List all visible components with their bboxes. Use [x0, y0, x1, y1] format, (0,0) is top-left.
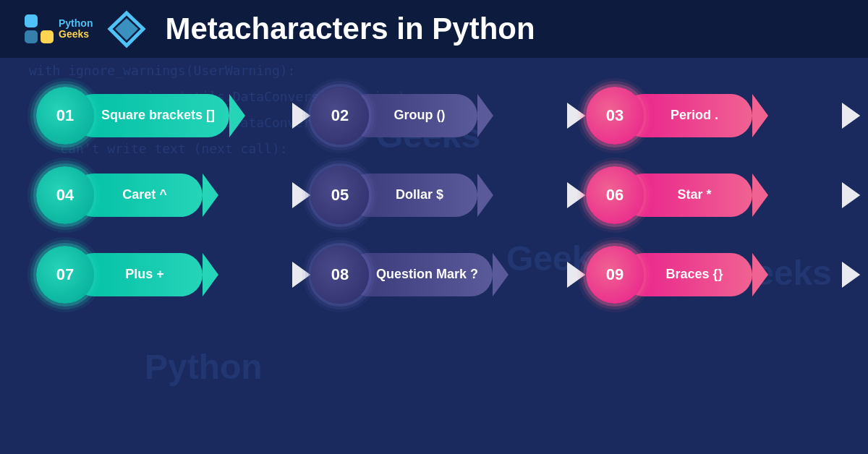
item-label-09: Braces {} [665, 267, 723, 283]
item-card-06: 06 Star * [586, 166, 832, 224]
circle-badge-06: 06 [586, 166, 644, 224]
arrow-indicator-06 [842, 182, 868, 208]
item-card-07: 07 Plus + [36, 246, 282, 304]
item-card-01: 01 Square brackets [] [36, 87, 282, 145]
item-number-07: 07 [56, 265, 74, 284]
item-number-02: 02 [331, 106, 349, 125]
item-label-08: Question Mark ? [376, 267, 478, 283]
diamond-icon [107, 9, 147, 49]
circle-badge-09: 09 [586, 246, 644, 304]
item-number-08: 08 [331, 265, 349, 284]
item-number-03: 03 [606, 106, 624, 125]
logo-text: Python Geeks [59, 18, 93, 40]
label-pill-01: Square brackets [] [72, 94, 229, 137]
arrow-indicator-09 [842, 262, 868, 288]
item-label-01: Square brackets [] [101, 108, 215, 124]
item-label-03: Period . [671, 108, 718, 124]
circle-badge-08: 08 [311, 246, 369, 304]
main-content: 01 Square brackets [] 02 Group () 03 Per… [0, 58, 868, 325]
item-card-05: 05 Dollar $ [311, 166, 557, 224]
circle-badge-03: 03 [586, 87, 644, 145]
item-number-01: 01 [56, 106, 74, 125]
svg-rect-1 [41, 30, 54, 43]
svg-rect-0 [25, 14, 38, 27]
logo-geeks-text: Geeks [59, 29, 93, 40]
circle-badge-07: 07 [36, 246, 94, 304]
header: Python Geeks Metacharacters in Python [0, 0, 868, 58]
logo-python-text: Python [59, 18, 93, 29]
python-logo-icon [22, 12, 56, 46]
label-pill-08: Question Mark ? [347, 253, 493, 296]
circle-badge-02: 02 [311, 87, 369, 145]
watermark-3: Python [145, 347, 263, 387]
item-label-02: Group () [394, 108, 446, 124]
svg-rect-2 [25, 30, 38, 43]
items-grid: 01 Square brackets [] 02 Group () 03 Per… [36, 87, 832, 304]
item-label-05: Dollar $ [396, 187, 443, 203]
item-card-03: 03 Period . [586, 87, 832, 145]
item-number-06: 06 [606, 186, 624, 205]
item-label-07: Plus + [125, 267, 164, 283]
circle-badge-05: 05 [311, 166, 369, 224]
circle-badge-04: 04 [36, 166, 94, 224]
item-label-06: Star * [677, 187, 711, 203]
item-card-08: 08 Question Mark ? [311, 246, 557, 304]
item-card-02: 02 Group () [311, 87, 557, 145]
item-number-05: 05 [331, 186, 349, 205]
item-label-04: Caret ^ [122, 187, 167, 203]
item-number-04: 04 [56, 186, 74, 205]
item-card-04: 04 Caret ^ [36, 166, 282, 224]
item-number-09: 09 [606, 265, 624, 284]
logo: Python Geeks [22, 12, 93, 46]
arrow-indicator-03 [842, 103, 868, 129]
item-card-09: 09 Braces {} [586, 246, 832, 304]
circle-badge-01: 01 [36, 87, 94, 145]
page-title: Metacharacters in Python [165, 12, 535, 46]
